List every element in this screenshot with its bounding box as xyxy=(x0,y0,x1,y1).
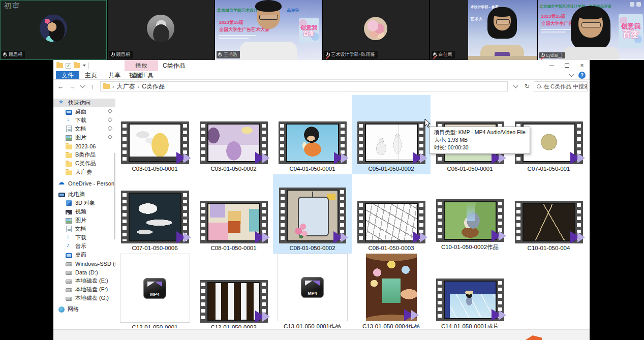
sidebar-item[interactable]: 桌面 xyxy=(53,251,115,259)
file-item[interactable]: C03-01-050-0002 xyxy=(194,95,273,174)
maximize-button[interactable] xyxy=(559,60,574,71)
sidebar-item[interactable]: 本地磁盘 (E:) xyxy=(53,276,115,285)
tile-option-icons[interactable] xyxy=(630,2,641,7)
file-item[interactable]: C10-01-050-0002作品 xyxy=(431,174,509,254)
sidebar-item[interactable]: 桌面 xyxy=(53,107,115,116)
sidebar-item[interactable]: 文档 xyxy=(53,225,115,233)
sidebar-section-onedrive[interactable]: OneDrive - Person xyxy=(53,179,115,188)
participant-tile-6[interactable]: 北京城市学院艺术设计学部 - 参赛作品评审 2023第15届 全国大学生广告艺术… xyxy=(538,0,644,60)
file-label: C07-01-050-001 xyxy=(528,166,570,172)
sidebar-item[interactable]: Data (D:) xyxy=(53,268,115,276)
participant-name-badge: 白佳鹰 xyxy=(432,51,455,58)
sidebar-item-label: 快速访问 xyxy=(68,99,90,107)
tab-share[interactable]: 共享 xyxy=(103,71,126,79)
forward-button[interactable]: → xyxy=(67,83,77,90)
play-icon xyxy=(253,151,270,164)
tab-file[interactable]: 文件 xyxy=(56,71,79,79)
file-item[interactable]: C13-01-050-0004作品 xyxy=(352,254,431,328)
sidebar-section-quick-access[interactable]: 快速访问 xyxy=(53,99,115,107)
tab-video-tools[interactable]: 视频工具 xyxy=(125,71,158,79)
grid-view-icon xyxy=(630,2,634,7)
file-item[interactable]: C12-01-050-0002 xyxy=(194,254,273,328)
file-item[interactable]: C05-01-050-0002 xyxy=(352,95,431,174)
sidebar-item-label: B类作品 xyxy=(75,151,96,159)
file-item[interactable]: C08-01-050-0001 xyxy=(194,174,273,254)
navigation-pane: 快速访问桌面下载文档图片2023-06B类作品C类作品大广赛OneDrive -… xyxy=(53,93,115,328)
search-icon xyxy=(537,84,541,89)
address-dropdown-icon[interactable] xyxy=(510,81,520,91)
sidebar-section-this-pc[interactable]: 此电脑 xyxy=(53,190,115,199)
sidebar-item[interactable]: 本地磁盘 (G:) xyxy=(53,294,115,302)
file-item[interactable]: C04-01-050-0001 xyxy=(273,95,352,174)
file-tooltip: 项目类型: KMP - MP4 Audio/Video File 大小: 1.9… xyxy=(430,127,530,154)
file-thumbnail xyxy=(121,121,189,164)
sidebar-item[interactable]: 图片 xyxy=(53,216,115,225)
ribbon-collapse-icon[interactable] xyxy=(569,72,574,77)
refresh-icon[interactable]: ↻ xyxy=(522,81,532,91)
partial-app-logo xyxy=(524,335,542,340)
sidebar-item[interactable]: C类作品 xyxy=(53,159,115,168)
sidebar-item[interactable]: 3D 对象 xyxy=(53,199,115,207)
file-label: C12-01-050-0002 xyxy=(210,324,256,328)
participant-name-badge: 王书浩 xyxy=(217,51,240,58)
breadcrumb-root[interactable]: 大广赛 xyxy=(117,82,135,91)
contextual-tab-header[interactable]: 播放 xyxy=(125,60,158,71)
tab-home[interactable]: 主页 xyxy=(79,71,103,79)
file-item[interactable]: C10-01-050-004 xyxy=(509,174,588,254)
sidebar-item[interactable]: 下载 xyxy=(53,233,115,242)
sidebar-item[interactable]: B类作品 xyxy=(53,150,115,159)
sidebar-item-label: 本地磁盘 (G:) xyxy=(75,294,109,302)
sidebar-item[interactable]: 视频 xyxy=(53,207,115,216)
mp4-file-icon: MP4 xyxy=(143,278,166,299)
file-item[interactable]: C14-01-050-0001成片 xyxy=(431,254,509,328)
file-label: C14-01-050-0001成片 xyxy=(441,323,499,328)
drive-icon xyxy=(66,271,72,275)
mic-muted-icon xyxy=(541,53,544,58)
participant-tile-1[interactable]: 初审 顾思桐 xyxy=(0,0,107,60)
folder-icon xyxy=(74,63,80,68)
sidebar-item[interactable]: 音乐 xyxy=(53,242,115,251)
file-item[interactable]: C08-01-050-0002 xyxy=(273,174,352,254)
minimize-button[interactable] xyxy=(544,60,559,71)
sidebar-item[interactable]: 下载 xyxy=(53,116,115,125)
file-item[interactable]: MP4C13-01-050-0001作品 xyxy=(273,254,352,328)
sidebar-item[interactable]: 本地磁盘 (F:) xyxy=(53,285,115,294)
sidebar-item[interactable]: 2023-06 xyxy=(53,142,115,150)
play-icon xyxy=(402,308,419,321)
back-button[interactable]: ← xyxy=(55,83,66,90)
folder-icon xyxy=(66,162,72,167)
address-box[interactable]: › 大广赛 › C类作品 xyxy=(100,81,508,91)
participant-tile-5[interactable]: 术设计学部 - 参赛 艺术大 白佳鹰 xyxy=(430,0,537,60)
tooltip-size: 大小: 1.93 MB xyxy=(434,136,526,144)
participant-tile-2[interactable]: 顾思桐 xyxy=(108,0,214,60)
desktop-icon xyxy=(66,110,72,115)
sidebar-item-label: 音乐 xyxy=(75,242,86,250)
avatar xyxy=(364,17,387,40)
mp4-file-icon: MP4 xyxy=(301,277,324,298)
sidebar-item-label: 文档 xyxy=(75,125,86,133)
participant-tile-3[interactable]: 北京城市学院艺术设计学 品评审 2023第15届 全国大学生广告艺术大赛 创意我… xyxy=(215,0,322,60)
file-item[interactable]: C08-01-050-0003 xyxy=(352,174,431,254)
sidebar-item[interactable]: 图片 xyxy=(53,133,115,142)
sidebar-item[interactable]: 文档 xyxy=(53,125,115,133)
sidebar-item[interactable]: Windows-SSD (C: xyxy=(53,259,115,268)
video-feed: 术设计学部 - 参赛 艺术大 xyxy=(468,0,536,60)
qat-dropdown-icon[interactable] xyxy=(83,65,86,67)
pin-icon xyxy=(108,109,111,114)
history-dropdown-icon[interactable] xyxy=(79,85,86,87)
help-icon[interactable]: ? xyxy=(578,72,586,79)
sidebar-item-label: 下载 xyxy=(75,116,86,124)
review-stage-label: 初审 xyxy=(4,2,20,11)
file-item[interactable]: MP4C12-01-050-0001 xyxy=(115,254,194,328)
close-button[interactable]: × xyxy=(574,60,590,71)
quick-access-toolbar[interactable]: ✓ xyxy=(56,60,89,71)
search-input[interactable]: 在 C类作品 中搜索 xyxy=(534,81,588,91)
mic-icon xyxy=(218,52,222,57)
breadcrumb-current[interactable]: C类作品 xyxy=(142,82,165,91)
up-button[interactable]: ↑ xyxy=(87,83,98,90)
file-item[interactable]: C07-01-050-0006 xyxy=(115,174,194,254)
file-item[interactable]: C03-01-050-0001 xyxy=(115,95,194,174)
sidebar-item[interactable]: 大广赛 xyxy=(53,168,115,176)
participant-tile-4[interactable]: 艺术设计学部+陈雨薇 xyxy=(323,0,430,60)
sidebar-section-network[interactable]: 网络 xyxy=(53,305,115,314)
